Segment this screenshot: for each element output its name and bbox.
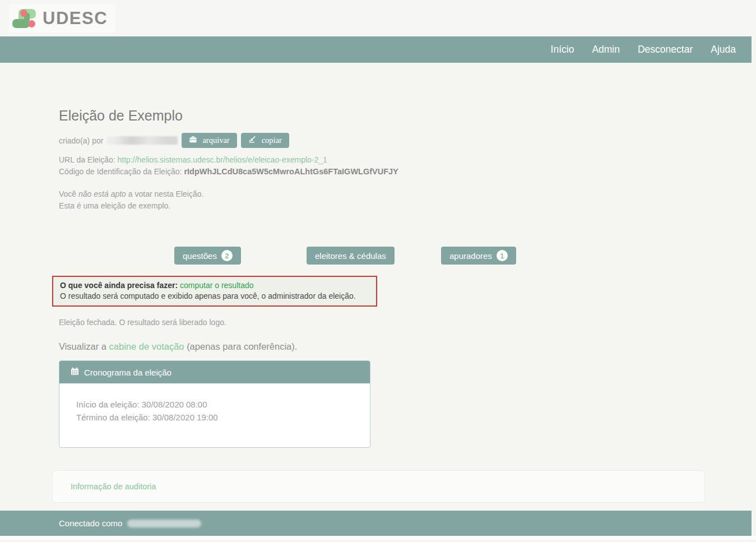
tab-questoes[interactable]: questões 2 bbox=[174, 247, 241, 265]
todo-alert-heading-line: O que você ainda precisa fazer: computar… bbox=[60, 281, 369, 290]
tab-eleitores-cedulas-label: eleitores & cédulas bbox=[315, 251, 386, 261]
booth-suffix: (apenas para conferência). bbox=[187, 341, 297, 351]
audit-info-link[interactable]: Informação de auditoria bbox=[71, 482, 156, 491]
logo-shape-bottom bbox=[12, 19, 30, 28]
schedule-panel-title: Cronograma da eleição bbox=[84, 368, 171, 377]
eligibility-suffix: a votar nesta Eleição. bbox=[128, 189, 204, 198]
booth-line: Visualizar a cabine de votação (apenas p… bbox=[59, 341, 756, 352]
election-fingerprint-value: rIdpWhJLCdU8ca5W5cMwroALhtGs6FTaIGWLGfVU… bbox=[184, 167, 398, 176]
tab-questoes-badge: 2 bbox=[221, 250, 233, 261]
udesc-logo-icon bbox=[11, 7, 37, 30]
booth-prefix: Visualizar a bbox=[59, 341, 106, 351]
archive-button[interactable]: arquivar bbox=[182, 133, 236, 148]
election-url-label: URL da Eleição: bbox=[59, 155, 115, 164]
import-arrow-icon bbox=[248, 136, 257, 146]
tab-questoes-label: questões bbox=[183, 251, 217, 261]
audit-card: Informação de auditoria bbox=[52, 470, 705, 503]
voting-booth-link[interactable]: cabine de votação bbox=[109, 341, 184, 351]
helios-election-admin-page: { "brand": { "wordmark": "UDESC" }, "nav… bbox=[0, 0, 756, 542]
brand-header: UDESC bbox=[0, 0, 756, 36]
tab-eleitores-cedulas[interactable]: eleitores & cédulas bbox=[307, 247, 395, 265]
eligibility-note: Você não está apto a votar nesta Eleição… bbox=[59, 188, 756, 212]
todo-alert-description: O resultado será computado e exibido ape… bbox=[60, 291, 369, 300]
schedule-panel-header: Cronograma da eleição bbox=[59, 361, 370, 383]
todo-alert-heading: O que você ainda precisa fazer: bbox=[60, 281, 178, 290]
nav-item-admin[interactable]: Admin bbox=[592, 44, 620, 55]
created-by-label: criado(a) por bbox=[59, 136, 103, 145]
redacted-username bbox=[127, 520, 201, 527]
copy-button[interactable]: copiar bbox=[241, 133, 289, 148]
example-note: Esta é uma eleição de exemplo. bbox=[59, 200, 756, 212]
election-fingerprint-label: Código de Identificação da Eleição: bbox=[59, 167, 182, 176]
udesc-logo: UDESC bbox=[9, 4, 115, 33]
tab-apuradores-label: apuradores bbox=[449, 251, 492, 261]
copy-button-label: copiar bbox=[262, 136, 282, 145]
nav-item-desconectar[interactable]: Desconectar bbox=[638, 44, 693, 55]
eligibility-emphasis: não está apto bbox=[78, 189, 126, 198]
tab-apuradores[interactable]: apuradores 1 bbox=[441, 247, 516, 265]
main-navbar: Início Admin Desconectar Ajuda bbox=[0, 36, 752, 63]
election-fingerprint-line: Código de Identificação da Eleição: rIdp… bbox=[59, 167, 756, 176]
eligibility-line: Você não está apto a votar nesta Eleição… bbox=[59, 188, 756, 200]
calendar-icon bbox=[71, 367, 79, 377]
creator-row: criado(a) por arquivar copiar bbox=[59, 133, 756, 148]
nav-item-ajuda[interactable]: Ajuda bbox=[711, 44, 736, 55]
election-closed-status: Eleição fechada. O resultado será libera… bbox=[59, 318, 756, 327]
bottom-strip bbox=[0, 536, 756, 540]
tab-apuradores-badge: 1 bbox=[497, 250, 508, 261]
page-title: Eleição de Exemplo bbox=[59, 108, 756, 124]
redacted-creator-name bbox=[107, 136, 178, 145]
todo-alert: O que você ainda precisa fazer: computar… bbox=[52, 276, 377, 307]
logo-dot-top bbox=[20, 10, 27, 17]
schedule-end-line: Término da eleição: 30/08/2020 19:00 bbox=[76, 411, 353, 424]
udesc-wordmark: UDESC bbox=[43, 8, 108, 29]
admin-tabs-row: questões 2 eleitores & cédulas apuradore… bbox=[52, 247, 756, 265]
footer-bar: Conectado como bbox=[0, 511, 752, 536]
logo-dot-bottom bbox=[28, 20, 35, 27]
election-url-line: URL da Eleição: http://helios.sistemas.u… bbox=[59, 155, 756, 164]
nav-item-inicio[interactable]: Início bbox=[551, 44, 574, 55]
eligibility-prefix: Você bbox=[59, 189, 76, 198]
schedule-panel: Cronograma da eleição Início da eleição:… bbox=[59, 360, 370, 448]
archive-button-label: arquivar bbox=[202, 136, 229, 145]
briefcase-icon bbox=[189, 136, 197, 146]
connected-as-label: Conectado como bbox=[59, 518, 122, 528]
election-url-link[interactable]: http://helios.sistemas.udesc.br/helios/e… bbox=[118, 155, 327, 164]
schedule-start-line: Início da eleição: 30/08/2020 08:00 bbox=[76, 398, 353, 411]
schedule-panel-body: Início da eleição: 30/08/2020 08:00 Térm… bbox=[59, 383, 370, 447]
compute-result-link[interactable]: computar o resultado bbox=[180, 281, 254, 290]
main-content: Eleição de Exemplo criado(a) por arquiva… bbox=[0, 63, 756, 503]
